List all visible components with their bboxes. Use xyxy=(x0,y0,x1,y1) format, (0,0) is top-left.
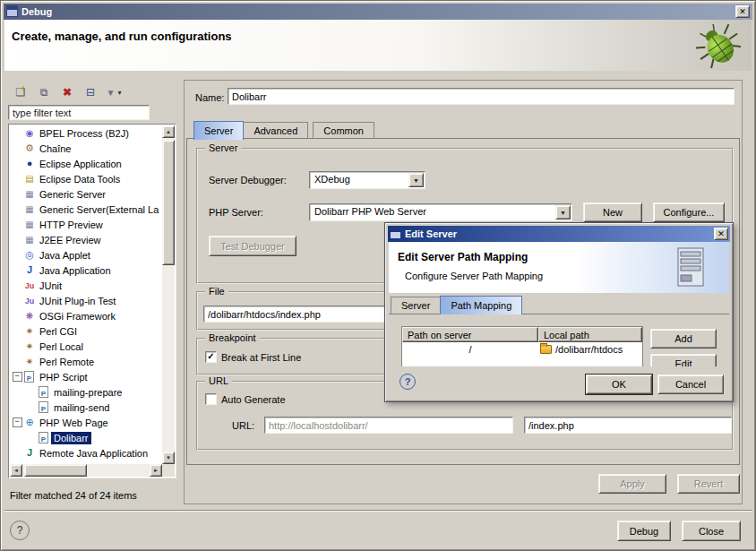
tree-expander-icon[interactable] xyxy=(12,418,22,427)
tree-item[interactable]: Generic Server xyxy=(10,186,162,202)
tab-label: Path Mapping xyxy=(451,300,511,311)
tree-item[interactable]: Generic Server(External La xyxy=(10,202,162,217)
php-server-combo[interactable]: Dolibarr PHP Web Server ▼ xyxy=(309,203,572,221)
tree-item-label: BPEL Process (B2J) xyxy=(37,127,132,140)
close-icon: ✕ xyxy=(717,230,725,238)
duplicate-config-button[interactable] xyxy=(33,83,55,101)
debug-button[interactable]: Debug xyxy=(617,521,671,541)
edit-server-dialog: Edit Server ✕ Edit Server Path Mapping C… xyxy=(384,222,734,402)
filter-button[interactable] xyxy=(103,83,125,101)
path-on-server-cell: / xyxy=(402,342,538,357)
tree-item-icon xyxy=(22,295,37,307)
tree-expander-icon[interactable] xyxy=(12,372,22,382)
scroll-down-button[interactable]: ▼ xyxy=(162,452,175,464)
arrow-left-icon: ◄ xyxy=(13,468,19,473)
url-base-input[interactable] xyxy=(264,417,513,434)
tree-item-label: mailing-prepare xyxy=(51,386,125,399)
scroll-left-button[interactable]: ◄ xyxy=(10,464,22,477)
tab-advanced[interactable]: Advanced xyxy=(243,122,308,139)
config-tabbar: Server Advanced Common xyxy=(193,121,374,139)
column-header-path-on-server[interactable]: Path on server xyxy=(402,327,538,342)
php-server-dropdown-button[interactable]: ▼ xyxy=(555,205,571,220)
tree-item-icon xyxy=(22,219,37,231)
column-header-local-path[interactable]: Local path xyxy=(538,327,642,342)
name-input[interactable] xyxy=(228,88,735,105)
ok-button[interactable]: OK xyxy=(586,375,652,394)
tree-item[interactable]: HTTP Preview xyxy=(10,217,162,232)
dialog-help-button[interactable]: ? xyxy=(399,374,416,390)
chevron-down-icon: ▼ xyxy=(560,210,566,216)
tree-item[interactable]: PHP Script xyxy=(10,369,162,384)
new-server-button[interactable]: New xyxy=(583,202,642,222)
tree-item-icon xyxy=(39,401,48,413)
tree-item[interactable]: BPEL Process (B2J) xyxy=(10,125,162,141)
tree-item[interactable]: Dolibarr xyxy=(10,430,162,445)
eclipse-window-icon xyxy=(6,5,18,19)
collapse-all-button[interactable] xyxy=(80,83,101,101)
scroll-right-button[interactable]: ► xyxy=(150,464,162,477)
url-path-input[interactable] xyxy=(524,417,732,434)
tree-item-icon xyxy=(22,173,37,185)
dialog-close-button[interactable]: ✕ xyxy=(714,228,728,240)
tab-server[interactable]: Server xyxy=(193,121,244,140)
delete-config-button[interactable] xyxy=(56,83,78,101)
local-path-cell: /dolibarr/htdocs xyxy=(538,342,642,357)
break-at-first-line-checkbox[interactable]: ✓ xyxy=(205,351,217,363)
server-debugger-dropdown-button[interactable]: ▼ xyxy=(408,173,424,187)
horizontal-scroll-thumb[interactable] xyxy=(24,464,87,477)
configure-server-button[interactable]: Configure... xyxy=(653,202,725,222)
dialog-tab-server[interactable]: Server xyxy=(391,297,441,314)
cancel-button[interactable]: Cancel xyxy=(657,375,724,394)
tree-item[interactable]: mailing-send xyxy=(10,400,162,415)
tree-item-icon xyxy=(22,142,37,155)
help-button[interactable]: ? xyxy=(10,521,30,540)
tree-item-icon xyxy=(22,325,37,338)
tree-item-icon xyxy=(22,446,37,460)
tree-vertical-scrollbar[interactable]: ▲ ▼ xyxy=(162,125,175,464)
banner-title: Create, manage, and run configurations xyxy=(12,30,232,43)
window-title: Debug xyxy=(21,6,735,17)
test-debugger-button[interactable]: Test Debugger xyxy=(209,236,296,256)
tree-item[interactable]: J2EE Preview xyxy=(10,232,162,247)
new-config-button[interactable] xyxy=(10,83,31,101)
server-group-title: Server xyxy=(205,142,241,153)
tree-item[interactable]: Remote Java Application xyxy=(10,445,162,461)
tree-item-label: Generic Server xyxy=(37,188,108,201)
server-debugger-combo[interactable]: XDebug ▼ xyxy=(309,171,425,189)
dialog-tab-path-mapping[interactable]: Path Mapping xyxy=(440,296,522,314)
table-row[interactable]: / /dolibarr/htdocs xyxy=(402,342,642,357)
dialog-title: Edit Server xyxy=(405,228,714,239)
auto-generate-checkbox[interactable] xyxy=(205,393,217,405)
tree-item-label: Remote Java Application xyxy=(37,447,150,460)
scroll-up-button[interactable]: ▲ xyxy=(162,125,175,138)
filter-status: Filter matched 24 of 24 items xyxy=(10,490,137,501)
path-mapping-table: Path on server Local path / /dolibarr/ht… xyxy=(401,326,643,371)
tree-item[interactable]: Eclipse Data Tools xyxy=(10,171,162,186)
filter-input[interactable] xyxy=(8,105,150,120)
tree-item-icon xyxy=(22,248,37,262)
apply-button[interactable]: Apply xyxy=(598,474,666,494)
tree-item[interactable]: Eclipse Application xyxy=(10,156,162,171)
tree-horizontal-scrollbar[interactable]: ◄ ► xyxy=(10,464,162,477)
tree-item-icon xyxy=(22,203,37,216)
tree-item[interactable]: Perl Remote xyxy=(10,354,162,369)
tab-common[interactable]: Common xyxy=(313,122,374,139)
tree-item[interactable]: Java Application xyxy=(10,263,162,278)
tree-item[interactable]: PHP Web Page xyxy=(10,415,162,430)
tree-item-icon xyxy=(22,188,37,201)
tree-item[interactable]: Perl CGI xyxy=(10,323,162,339)
tree-item[interactable]: Java Applet xyxy=(10,247,162,263)
tree-item[interactable]: JUnit Plug-in Test xyxy=(10,293,162,308)
tree-item[interactable]: Chaîne xyxy=(10,141,162,156)
close-button[interactable]: Close xyxy=(682,521,741,541)
tree-item[interactable]: JUnit xyxy=(10,278,162,293)
vertical-scroll-thumb[interactable] xyxy=(162,140,175,265)
add-mapping-button[interactable]: Add xyxy=(650,329,717,349)
tree-item[interactable]: mailing-prepare xyxy=(10,384,162,400)
tree-item[interactable]: OSGi Framework xyxy=(10,308,162,323)
tree-item[interactable]: Perl Local xyxy=(10,339,162,354)
revert-button[interactable]: Revert xyxy=(677,474,740,494)
window-close-button[interactable]: ✕ xyxy=(735,5,750,18)
tree-item-icon xyxy=(22,280,37,292)
tree-item-label: Java Applet xyxy=(37,249,93,262)
